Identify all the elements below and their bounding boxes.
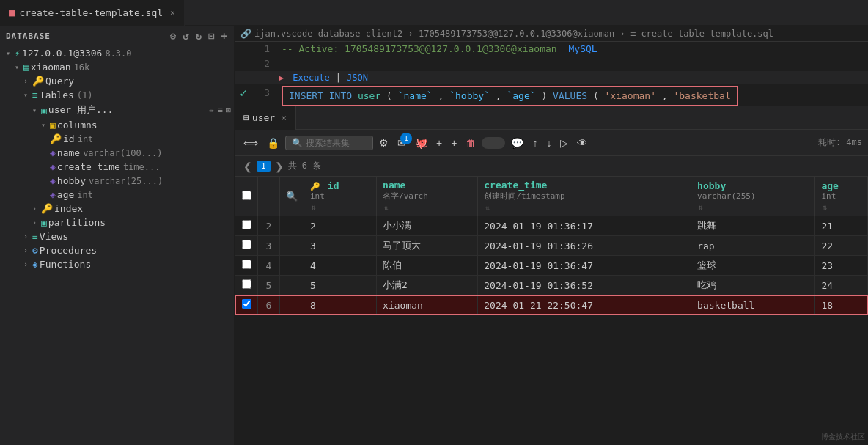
tab-close-icon[interactable]: × bbox=[170, 8, 175, 18]
sidebar: DATABASE ⚙ ↺ ↻ ⊡ + ▾ ⚡ 127.0.0.1@3306 8.… bbox=[0, 26, 235, 445]
scroll-down-button[interactable]: ↓ bbox=[543, 136, 554, 150]
values-keyword: VALUES bbox=[553, 90, 587, 101]
gear-icon[interactable]: ⚙ bbox=[170, 30, 177, 42]
sidebar-header: DATABASE ⚙ ↺ ↻ ⊡ + bbox=[0, 26, 234, 46]
sort-icon[interactable]: ⇅ bbox=[823, 203, 827, 211]
row-num: 6 bbox=[258, 295, 280, 315]
comma3: , bbox=[662, 90, 668, 101]
row-checkbox[interactable] bbox=[242, 299, 251, 309]
row-checkbox[interactable] bbox=[242, 240, 251, 249]
folder-icon: ▣ bbox=[50, 119, 56, 130]
split-icon[interactable]: ⊡ bbox=[208, 30, 215, 42]
scroll-up-button[interactable]: ↑ bbox=[529, 136, 540, 150]
toggle-switch[interactable] bbox=[482, 137, 505, 149]
sort-icon[interactable]: ⇅ bbox=[485, 204, 490, 212]
views-node[interactable]: › ≡ Views bbox=[0, 229, 234, 243]
page-number: 1 bbox=[257, 161, 271, 172]
th-hobby[interactable]: hobby varchar(255) ⇅ bbox=[691, 177, 815, 216]
database-size: 16k bbox=[74, 62, 90, 73]
table-row[interactable]: 6 8 xiaoman 2024-01-21 22:50:47 basketba… bbox=[235, 295, 867, 315]
message-button[interactable]: 💬 bbox=[508, 136, 526, 150]
add-col-button[interactable]: + bbox=[448, 136, 460, 150]
github-button[interactable]: 🐙 bbox=[412, 136, 430, 150]
column-name-type: varchar(100...) bbox=[83, 148, 162, 158]
json-link[interactable]: JSON bbox=[347, 73, 368, 83]
refresh-icon[interactable]: ↻ bbox=[196, 30, 202, 42]
code-line-1: 1 -- Active: 1705489173753@@127.0.0.1@33… bbox=[235, 42, 868, 56]
column-id[interactable]: 🔑 id int bbox=[0, 132, 234, 146]
row-age: 22 bbox=[815, 236, 867, 256]
mail-button-container: ✉ 1 bbox=[394, 136, 409, 150]
partitions-node[interactable]: › ▣ partitions bbox=[0, 216, 234, 229]
column-hobby[interactable]: ◈ hobby varchar(25...) bbox=[0, 174, 234, 188]
column-age[interactable]: ◈ age int bbox=[0, 188, 234, 202]
select-all-checkbox[interactable] bbox=[242, 191, 251, 200]
add-icon[interactable]: + bbox=[221, 30, 228, 42]
row-checkbox[interactable] bbox=[242, 279, 251, 289]
prev-page-button[interactable]: ❮ bbox=[243, 161, 252, 172]
row-create-time: 2024-01-19 01:36:17 bbox=[478, 216, 691, 236]
columns-node[interactable]: ▾ ▣ columns bbox=[0, 118, 234, 132]
copy-icon[interactable]: ⊡ bbox=[226, 105, 231, 115]
tables-label: Tables bbox=[40, 89, 74, 100]
chevron-down-icon: ▾ bbox=[15, 63, 22, 71]
table-row[interactable]: 4 4 陈伯 2024-01-19 01:36:47 篮球 23 bbox=[235, 256, 867, 276]
lock-button[interactable]: 🔒 bbox=[264, 136, 282, 150]
query-node[interactable]: › 🔑 Query bbox=[0, 74, 234, 88]
th-id[interactable]: 🔑 id int ⇅ bbox=[304, 177, 377, 216]
table-row[interactable]: 3 3 马了顶大 2024-01-19 01:36:26 rap 22 bbox=[235, 236, 867, 256]
delete-button[interactable]: 🗑 bbox=[463, 136, 479, 150]
index-node[interactable]: › 🔑 index bbox=[0, 202, 234, 216]
table-row[interactable]: 2 2 小小满 2024-01-19 01:36:17 跳舞 21 bbox=[235, 216, 867, 236]
user-table-node[interactable]: ▾ ▣ user 用户... ✏ ≡ ⊡ bbox=[0, 102, 234, 118]
add-row-button[interactable]: + bbox=[433, 136, 445, 150]
column-create-time[interactable]: ◈ create_time time... bbox=[0, 160, 234, 174]
sort-icon[interactable]: ⇅ bbox=[312, 203, 316, 211]
val2: 'basketbal bbox=[673, 90, 730, 101]
next-page-button[interactable]: ❯ bbox=[275, 161, 284, 172]
procedures-node[interactable]: › ⚙ Procedures bbox=[0, 243, 234, 257]
th-row-num bbox=[258, 177, 280, 216]
key-col-icon: 🔑 bbox=[310, 182, 320, 191]
table-row[interactable]: 5 5 小满2 2024-01-19 01:36:52 吃鸡 24 bbox=[235, 276, 867, 296]
row-hobby: 跳舞 bbox=[691, 216, 815, 236]
result-tab-user[interactable]: ⊞ user × bbox=[235, 106, 296, 130]
database-node[interactable]: ▾ ▤ xiaoman 16k bbox=[0, 60, 234, 74]
sort-icon[interactable]: ⇅ bbox=[384, 204, 389, 212]
table-header-row: 🔍 🔑 id int ⇅ name 名字/varch bbox=[235, 177, 867, 216]
th-name[interactable]: name 名字/varch ⇅ bbox=[377, 177, 478, 216]
row-num: 2 bbox=[258, 216, 280, 236]
th-id-type: int bbox=[310, 191, 370, 201]
row-checkbox[interactable] bbox=[242, 260, 251, 269]
result-tab-close[interactable]: × bbox=[281, 112, 287, 123]
col-icon: ◈ bbox=[50, 161, 56, 172]
code-line-2: 2 bbox=[235, 56, 868, 71]
history-icon[interactable]: ↺ bbox=[183, 30, 189, 42]
sql-file-tab[interactable]: ■ create-table-template.sql × bbox=[0, 0, 185, 26]
result-tab-bar: ⊞ user × bbox=[235, 106, 868, 130]
eye-button[interactable]: 👁 bbox=[574, 136, 590, 150]
column-name[interactable]: ◈ name varchar(100...) bbox=[0, 146, 234, 160]
search-input[interactable] bbox=[306, 138, 364, 148]
col-name-2: `hobby` bbox=[449, 90, 490, 101]
edit-icon[interactable]: ✏ bbox=[209, 105, 214, 115]
th-age[interactable]: age int ⇅ bbox=[815, 177, 867, 216]
row-checkbox[interactable] bbox=[242, 220, 251, 229]
procedures-label: Procedures bbox=[40, 245, 97, 256]
connection-node[interactable]: ▾ ⚡ 127.0.0.1@3306 8.3.0 bbox=[0, 46, 234, 60]
row-checkbox-cell bbox=[235, 295, 258, 315]
sort-icon[interactable]: ⇅ bbox=[699, 203, 703, 211]
th-search: 🔍 bbox=[280, 177, 304, 216]
tables-node[interactable]: ▾ ≡ Tables (1) bbox=[0, 88, 234, 102]
execute-link[interactable]: Execute bbox=[293, 73, 330, 83]
row-num: 3 bbox=[258, 236, 280, 256]
data-table-wrapper: 🔍 🔑 id int ⇅ name 名字/varch bbox=[235, 177, 868, 445]
th-create-time[interactable]: create_time 创建时间/timestamp ⇅ bbox=[478, 177, 691, 216]
settings-button[interactable]: ⚙ bbox=[376, 136, 391, 150]
list-icon[interactable]: ≡ bbox=[218, 105, 223, 115]
row-age: 18 bbox=[815, 295, 867, 315]
run-button[interactable]: ▷ bbox=[557, 136, 571, 150]
expand-button[interactable]: ⟺ bbox=[240, 136, 261, 150]
functions-node[interactable]: › ◈ Functions bbox=[0, 257, 234, 271]
connection-label: 127.0.0.1@3306 bbox=[22, 48, 103, 59]
